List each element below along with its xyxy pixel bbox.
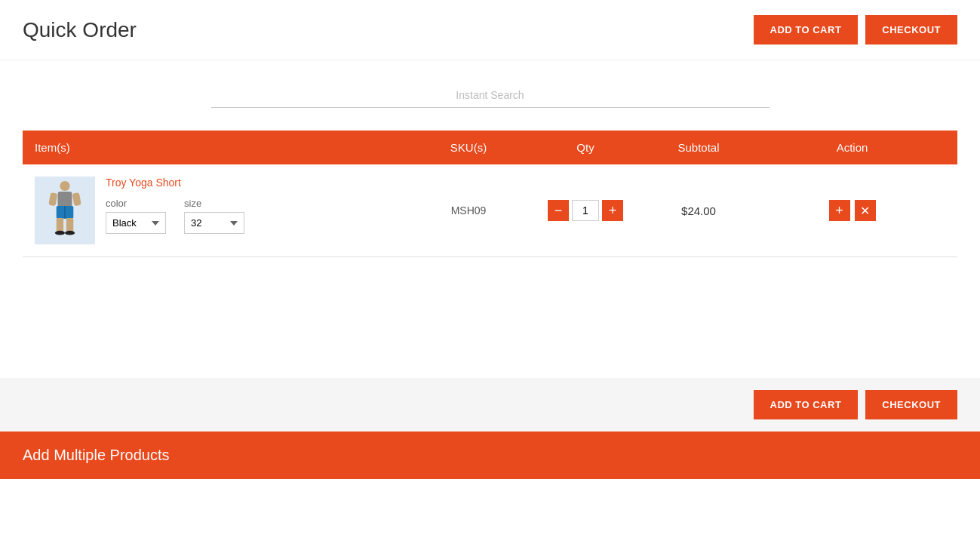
svg-rect-8: [48, 192, 57, 206]
svg-rect-1: [58, 192, 72, 207]
svg-point-6: [55, 231, 65, 235]
add-to-cart-button-bottom[interactable]: ADD TO CART: [754, 390, 859, 419]
qty-cell: − +: [533, 200, 638, 221]
table-header: Item(s) SKU(s) Qty Subtotal Action: [23, 131, 957, 164]
sku-cell: MSH09: [404, 204, 533, 217]
color-label: color: [106, 198, 166, 209]
product-details: Troy Yoga Short color Black Blue Red siz…: [106, 177, 244, 234]
checkout-button-bottom[interactable]: CHECKOUT: [865, 390, 957, 419]
page-header: Quick Order ADD TO CART CHECKOUT: [0, 0, 980, 60]
add-row-button[interactable]: +: [829, 200, 850, 221]
color-select[interactable]: Black Blue Red: [106, 212, 166, 234]
product-table: Item(s) SKU(s) Qty Subtotal Action: [23, 131, 957, 257]
search-input[interactable]: [211, 83, 770, 108]
size-label: size: [184, 198, 244, 209]
product-thumbnail: [42, 180, 88, 241]
svg-point-0: [60, 181, 69, 191]
size-group: size 32 34 36: [184, 198, 244, 234]
size-select[interactable]: 32 34 36: [184, 212, 244, 234]
col-header-subtotal: Subtotal: [638, 141, 759, 154]
col-header-qty: Qty: [533, 141, 638, 154]
page-title: Quick Order: [23, 18, 137, 42]
search-section: [0, 60, 980, 115]
add-multiple-section: Add Multiple Products: [0, 432, 980, 479]
add-to-cart-button-top[interactable]: ADD TO CART: [754, 15, 859, 45]
header-actions: ADD TO CART CHECKOUT: [754, 15, 957, 45]
col-header-skus: SKU(s): [404, 141, 533, 154]
qty-input[interactable]: [572, 200, 599, 221]
qty-decrease-button[interactable]: −: [548, 200, 569, 221]
bottom-spacer: [0, 479, 980, 494]
svg-rect-5: [66, 218, 73, 232]
checkout-button-top[interactable]: CHECKOUT: [865, 15, 957, 45]
svg-rect-4: [57, 218, 63, 232]
add-multiple-title: Add Multiple Products: [23, 447, 170, 463]
col-header-action: Action: [759, 141, 945, 154]
svg-point-7: [65, 231, 75, 235]
subtotal-cell: $24.00: [638, 204, 759, 217]
product-info: Troy Yoga Short color Black Blue Red siz…: [35, 177, 404, 244]
remove-row-button[interactable]: ✕: [855, 200, 876, 221]
action-cell: + ✕: [759, 200, 945, 221]
product-image: [35, 177, 95, 244]
table-row: Troy Yoga Short color Black Blue Red siz…: [23, 164, 957, 257]
svg-rect-9: [72, 192, 81, 206]
col-header-items: Item(s): [35, 141, 404, 154]
qty-increase-button[interactable]: +: [602, 200, 623, 221]
color-group: color Black Blue Red: [106, 198, 166, 234]
product-attributes: color Black Blue Red size 32 34 36: [106, 198, 244, 234]
product-name[interactable]: Troy Yoga Short: [106, 177, 244, 189]
footer-bar: ADD TO CART CHECKOUT: [0, 378, 980, 432]
